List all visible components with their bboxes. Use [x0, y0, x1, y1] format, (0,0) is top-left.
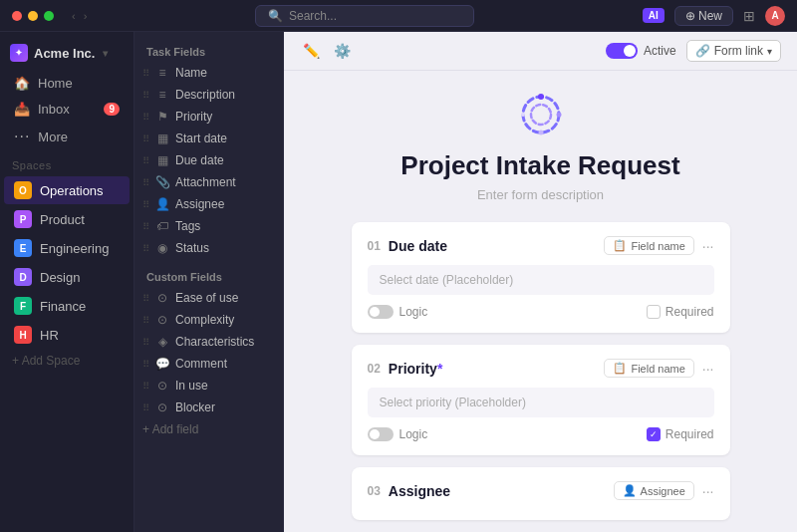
description-field-label: Description: [175, 88, 235, 102]
card-left: 02 Priority*: [368, 361, 443, 377]
assignee-field-icon: 👤: [155, 197, 169, 211]
svg-point-2: [538, 94, 544, 100]
due-date-footer: Logic Required: [368, 305, 714, 319]
field-due-date[interactable]: ⠿ ▦ Due date: [134, 149, 283, 171]
field-start-date[interactable]: ⠿ ▦ Start date: [134, 128, 283, 149]
card-left: 03 Assignee: [368, 483, 451, 499]
active-toggle-switch[interactable]: [606, 43, 638, 59]
required-checkbox-1[interactable]: [647, 305, 661, 319]
app-body: ✦ Acme Inc. ▾ 🏠 Home 📥 Inbox 9 ··· More …: [0, 32, 797, 532]
priority-more-button[interactable]: ···: [702, 361, 714, 377]
task-fields-label: Task Fields: [134, 40, 283, 62]
priority-footer: Logic Required: [368, 427, 714, 441]
assignee-badge[interactable]: 👤 Assignee: [614, 481, 694, 500]
drag-icon: ⠿: [142, 315, 149, 326]
priority-field-name: Priority*: [389, 361, 442, 377]
assignee-more-button[interactable]: ···: [702, 483, 714, 499]
ai-badge: AI: [643, 8, 664, 23]
sidebar-item-home[interactable]: 🏠 Home: [4, 71, 130, 96]
minimize-window-button[interactable]: [28, 11, 38, 21]
drag-icon: ⠿: [142, 243, 149, 254]
maximize-window-button[interactable]: [44, 11, 54, 21]
mini-knob: [370, 307, 380, 317]
sidebar-item-engineering[interactable]: E Engineering: [4, 234, 130, 262]
hr-dot: H: [14, 326, 32, 344]
field-description[interactable]: ⠿ ≡ Description: [134, 84, 283, 106]
edit-icon[interactable]: ✏️: [300, 40, 323, 62]
sidebar-item-inbox[interactable]: 📥 Inbox 9: [4, 97, 130, 122]
search-area: 🔍 Search...: [87, 5, 642, 27]
name-field-icon: ≡: [155, 66, 169, 80]
drag-icon: ⠿: [142, 359, 149, 370]
back-arrow-icon[interactable]: ‹: [72, 10, 76, 22]
add-space-label: + Add Space: [12, 354, 80, 368]
field-name[interactable]: ⠿ ≡ Name: [134, 62, 283, 84]
field-priority[interactable]: ⠿ ⚑ Priority: [134, 106, 283, 128]
field-attachment[interactable]: ⠿ 📎 Attachment: [134, 171, 283, 193]
home-label: Home: [38, 76, 73, 91]
field-assignee[interactable]: ⠿ 👤 Assignee: [134, 193, 283, 215]
badge-label: Field name: [631, 240, 684, 252]
priority-card: 02 Priority* 📋 Field name ··· Select pri…: [352, 345, 730, 455]
field-blocker[interactable]: ⠿ ⊙ Blocker: [134, 397, 283, 418]
start-date-field-label: Start date: [175, 132, 227, 145]
chevron-down-icon: ▾: [767, 46, 772, 57]
more-label: More: [38, 130, 68, 144]
inbox-badge: 9: [104, 103, 120, 116]
required-star: *: [437, 361, 442, 377]
close-window-button[interactable]: [12, 11, 22, 21]
drag-icon: ⠿: [142, 90, 149, 101]
avatar[interactable]: A: [765, 6, 785, 26]
form-link-button[interactable]: 🔗 Form link ▾: [686, 40, 781, 62]
grid-icon[interactable]: ⊞: [743, 8, 755, 24]
sidebar-item-design[interactable]: D Design: [4, 263, 130, 291]
design-dot: D: [14, 268, 32, 286]
logo-label: Acme Inc.: [34, 46, 95, 61]
field-ease-of-use[interactable]: ⠿ ⊙ Ease of use: [134, 287, 283, 309]
sidebar-item-more[interactable]: ··· More: [4, 123, 130, 150]
engineering-dot: E: [14, 239, 32, 257]
more-icon: ···: [14, 128, 30, 145]
field-status[interactable]: ⠿ ◉ Status: [134, 237, 283, 259]
card-right: 📋 Field name ···: [604, 359, 713, 378]
ease-of-use-field-label: Ease of use: [175, 291, 238, 305]
hr-label: HR: [40, 328, 59, 343]
fields-panel: Task Fields ⠿ ≡ Name ⠿ ≡ Description ⠿ ⚑…: [134, 32, 284, 532]
form-area: ✏️ ⚙️ Active 🔗 Form link ▾: [284, 32, 797, 532]
add-field-button[interactable]: + Add field: [134, 418, 283, 440]
priority-field-icon: ⚑: [155, 110, 169, 124]
drag-icon: ⠿: [142, 381, 149, 392]
due-date-field-name-badge[interactable]: 📋 Field name: [604, 236, 693, 255]
finance-label: Finance: [40, 299, 86, 314]
field-characteristics[interactable]: ⠿ ◈ Characteristics: [134, 331, 283, 353]
active-toggle: Active: [606, 43, 676, 59]
tags-field-label: Tags: [175, 219, 200, 233]
due-date-more-button[interactable]: ···: [702, 238, 714, 254]
settings-icon[interactable]: ⚙️: [331, 40, 354, 62]
required-label-1: Required: [665, 305, 714, 319]
logic-toggle-switch-2[interactable]: [368, 427, 394, 441]
field-comment[interactable]: ⠿ 💬 Comment: [134, 353, 283, 375]
form-description[interactable]: Enter form description: [477, 187, 604, 202]
form-link-label: Form link: [714, 44, 763, 58]
blocker-field-icon: ⊙: [155, 400, 169, 414]
logic-toggle-switch-1[interactable]: [368, 305, 394, 319]
sidebar-item-hr[interactable]: H HR: [4, 321, 130, 349]
sidebar-item-finance[interactable]: F Finance: [4, 292, 130, 320]
sidebar-item-operations[interactable]: O Operations: [4, 176, 130, 204]
required-checkbox-2[interactable]: [647, 427, 661, 441]
blocker-field-label: Blocker: [175, 400, 215, 414]
search-bar[interactable]: 🔍 Search...: [255, 5, 474, 27]
sidebar-item-product[interactable]: P Product: [4, 205, 130, 233]
field-in-use[interactable]: ⠿ ⊙ In use: [134, 375, 283, 397]
add-space-button[interactable]: + Add Space: [0, 350, 133, 372]
due-date-placeholder[interactable]: Select date (Placeholder): [368, 265, 714, 295]
logo[interactable]: ✦ Acme Inc. ▾: [0, 40, 133, 70]
priority-field-name-badge[interactable]: 📋 Field name: [604, 359, 693, 378]
new-button[interactable]: ⊕ New: [674, 6, 733, 26]
field-tags[interactable]: ⠿ 🏷 Tags: [134, 215, 283, 237]
priority-placeholder[interactable]: Select priority (Placeholder): [368, 388, 714, 417]
field-complexity[interactable]: ⠿ ⊙ Complexity: [134, 309, 283, 331]
badge-icon: 📋: [613, 239, 627, 252]
drag-icon: ⠿: [142, 199, 149, 210]
